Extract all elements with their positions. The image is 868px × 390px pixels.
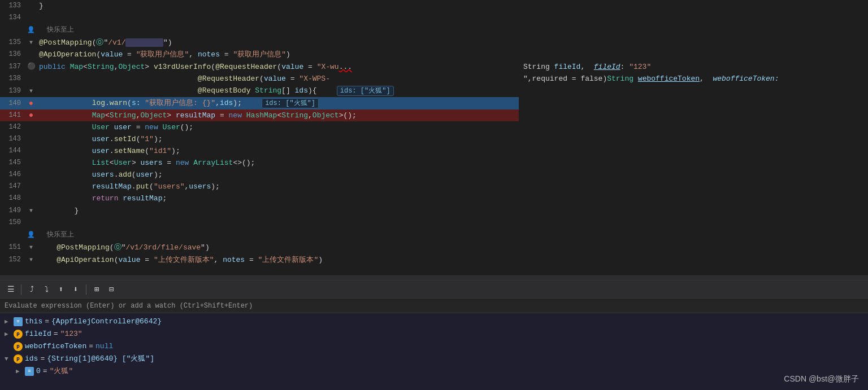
line-gutter-149: ▼ [25, 204, 37, 217]
line-number-148: 148 [0, 192, 25, 204]
breakpoint-icon[interactable]: ● [29, 99, 33, 108]
line-content-146: users.add(user); [37, 169, 519, 181]
code-line-133: 133} [0, 0, 868, 12]
var-icon-var-webofficeToken: p [14, 342, 23, 351]
line-gutter-136 [25, 49, 37, 60]
var-expand-var-this[interactable]: ▶ [5, 315, 14, 328]
horizontal-scrollbar[interactable] [0, 275, 868, 280]
watermark: CSDN @bst@微胖子 [784, 374, 859, 384]
var-val-var-this: {AppfilejController@6642} [51, 315, 162, 328]
var-expand-var-ids-0[interactable]: ▶ [16, 365, 25, 378]
line-gutter-133 [25, 0, 37, 12]
code-line-143: 143 user.setId("1"); [0, 133, 868, 145]
line-number-152: 152 [0, 253, 25, 266]
line-gutter-144 [25, 145, 37, 157]
step-over-button[interactable]: ⤴ [25, 283, 38, 296]
var-eq-var-fileId: = [54, 328, 58, 340]
annotation-row-135: 👤 快乐至上 [0, 24, 868, 36]
line-gutter-138 [25, 73, 37, 85]
step-into-button[interactable]: ⤵ [40, 283, 53, 296]
variable-row-var-ids-0[interactable]: ▶ ≡ 0 = "火狐" [0, 365, 868, 378]
line-content-142: User user = new User(); [37, 121, 519, 133]
line-number-138: 138 [0, 73, 25, 85]
ann-content: 快乐至上 [37, 229, 519, 241]
code-line-136: 136@ApiOperation(value = "获取用户信息", notes… [0, 49, 868, 60]
step-out-button[interactable]: ⬆ [55, 283, 67, 296]
frames-button[interactable]: ⊞ [90, 283, 103, 296]
line-content-136: @ApiOperation(value = "获取用户信息", notes = … [37, 49, 519, 60]
person-icon: 👤 [27, 27, 35, 33]
var-eq-var-ids-0: = [43, 365, 47, 378]
line-number-144: 144 [0, 145, 25, 157]
fold-arrow[interactable]: ▼ [29, 40, 33, 46]
line-number-149: 149 [0, 204, 25, 217]
variable-row-var-ids[interactable]: ▼ p ids = {String[1]@6640} ["火狐"] [0, 353, 868, 365]
ide-container: 133}134 👤 快乐至上 135▼@PostMapping(⓪"/v1/ "… [0, 0, 868, 390]
line-number-142: 142 [0, 121, 25, 133]
var-icon-var-ids-0: ≡ [25, 367, 34, 376]
code-line-152: 152▼ @ApiOperation(value = "上传文件新版本", no… [0, 253, 868, 266]
line-gutter-151: ▼ [25, 241, 37, 253]
code-line-148: 148 return resultMap; [0, 192, 868, 204]
line-gutter-143 [25, 133, 37, 145]
debug-arrow-icon: ⚫ [27, 63, 36, 71]
line-number-137: 137 [0, 60, 25, 73]
ann-content: 快乐至上 [37, 24, 519, 36]
debug-input-bar: Evaluate expression (Enter) or add a wat… [0, 299, 868, 313]
line-gutter-150 [25, 217, 37, 229]
line-content-151: @PostMapping(⓪"/v1/3rd/file/save") [37, 241, 519, 253]
line-content-134 [37, 12, 519, 24]
line-gutter-139: ▼ [25, 85, 37, 97]
line-content-150 [37, 217, 519, 229]
fold-arrow[interactable]: ▼ [29, 88, 33, 94]
variable-row-var-this[interactable]: ▶ ≡ this = {AppfilejController@6642} [0, 315, 868, 328]
code-line-142: 142 User user = new User(); [0, 121, 868, 133]
fold-arrow[interactable]: ▼ [29, 257, 33, 263]
line-number-134: 134 [0, 12, 25, 24]
var-name-var-this: this [25, 315, 42, 328]
var-icon-var-ids: p [14, 354, 23, 363]
variable-row-var-fileId[interactable]: ▶ p fileId = "123" [0, 328, 868, 340]
line-content-144: user.setName("id1"); [37, 145, 519, 157]
line-number-136: 136 [0, 49, 25, 60]
collapse-button[interactable]: ⊟ [105, 283, 118, 296]
var-name-var-ids: ids [25, 353, 38, 365]
line-content-143: user.setId("1"); [37, 133, 519, 145]
var-expand-var-fileId[interactable]: ▶ [5, 328, 14, 340]
code-line-150: 150 [0, 217, 868, 229]
line-content-145: List<User> users = new ArrayList<>(); [37, 157, 519, 169]
menu-button[interactable]: ☰ [5, 283, 17, 296]
line-number-145: 145 [0, 157, 25, 169]
line-content-140: log.warn(s: "获取用户信息: {}",ids); ids: ["火狐… [37, 97, 519, 109]
breakpoint-icon[interactable]: ● [29, 111, 33, 120]
run-cursor-button[interactable]: ⬇ [70, 283, 82, 296]
editor-area: 133}134 👤 快乐至上 135▼@PostMapping(⓪"/v1/ "… [0, 0, 868, 280]
code-line-145: 145 List<User> users = new ArrayList<>()… [0, 157, 868, 169]
line-gutter-145 [25, 157, 37, 169]
fold-arrow[interactable]: ▼ [29, 208, 33, 214]
ann-line-num [0, 24, 25, 36]
line-gutter-140: ● [25, 97, 37, 109]
line-content-137: public Map<String,Object> v13rdUserInfo(… [37, 60, 519, 73]
var-eq-var-ids: = [40, 353, 45, 365]
line-content-138: @RequestHeader(value = "X-WPS- [37, 73, 519, 85]
code-line-149: 149▼ } [0, 204, 868, 217]
debug-variables: ▶ ≡ this = {AppfilejController@6642} ▶ p… [0, 313, 868, 390]
var-expand-var-ids[interactable]: ▼ [5, 353, 14, 365]
var-icon-var-this: ≡ [14, 317, 23, 326]
line-number-141: 141 [0, 109, 25, 121]
line-content-149: } [37, 204, 519, 217]
line-gutter-147 [25, 181, 37, 192]
line-number-143: 143 [0, 133, 25, 145]
code-table: 133}134 👤 快乐至上 135▼@PostMapping(⓪"/v1/ "… [0, 0, 868, 266]
code-line-146: 146 users.add(user); [0, 169, 868, 181]
person-icon: 👤 [27, 231, 35, 238]
var-name-var-fileId: fileId [25, 328, 51, 340]
var-name-var-webofficeToken: webofficeToken [25, 340, 86, 353]
fold-arrow[interactable]: ▼ [29, 244, 33, 251]
ann-gutter: 👤 [25, 24, 37, 36]
variable-row-var-webofficeToken[interactable]: p webofficeToken = null [0, 340, 868, 353]
line-extra-138: ",required = false)String webofficeToken… [519, 73, 868, 85]
line-gutter-135: ▼ [25, 36, 37, 49]
code-scroll[interactable]: 133}134 👤 快乐至上 135▼@PostMapping(⓪"/v1/ "… [0, 0, 868, 275]
